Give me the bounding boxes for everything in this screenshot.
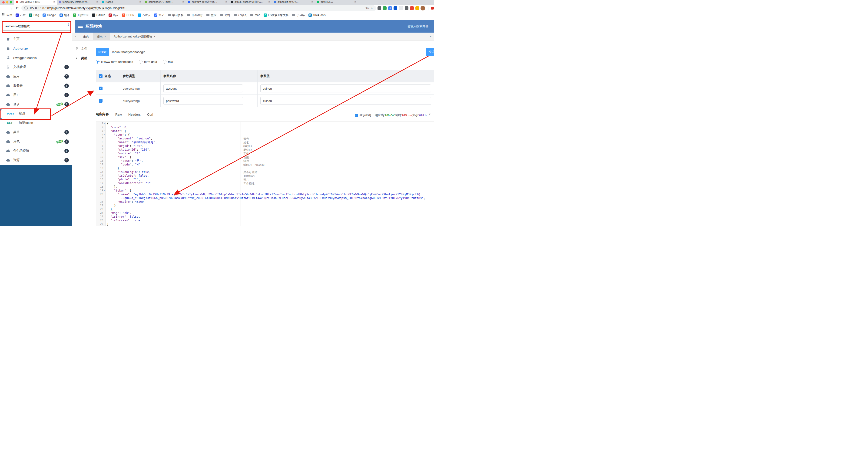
bookmark-item[interactable]: 云百度云 (138, 13, 151, 17)
bookmark-item[interactable]: 小目标 (292, 13, 305, 17)
extension-icon[interactable] (377, 6, 381, 10)
tab-close-icon[interactable]: × (225, 0, 227, 3)
sidebar-item[interactable]: 应用5 (0, 72, 72, 81)
content-type-radio[interactable]: raw (163, 60, 173, 63)
traffic-light[interactable] (6, 1, 8, 3)
tab-close-icon[interactable]: × (311, 0, 313, 3)
radio-icon[interactable] (163, 60, 166, 63)
tab-close-icon[interactable]: × (140, 0, 141, 3)
page-info-icon[interactable]: i (24, 6, 28, 10)
bookmark-item[interactable]: 百百度 (16, 13, 26, 17)
browser-tab[interactable]: springboot学习教程…× (143, 0, 186, 5)
bookmark-item[interactable]: EES搜索引擎文档 (264, 13, 288, 17)
sidebar-item[interactable]: 角色的资源1 (0, 146, 72, 156)
document-tab[interactable]: 主页 (79, 33, 93, 40)
fold-icon[interactable]: ▾ (103, 189, 105, 193)
browser-tab[interactable]: temporary-Internet-W…× (57, 0, 100, 5)
bookmark-item[interactable]: mac (250, 13, 260, 17)
browser-tab[interactable]: github_pusher实时推送…× (229, 0, 272, 5)
sidebar-item[interactable]: 用户9 (0, 90, 72, 100)
address-bar[interactable]: i 127.0.0.1:8760/api/gate/doc.html#/auth… (21, 5, 376, 11)
tab-close-icon[interactable]: × (269, 0, 270, 3)
tab-close-icon[interactable]: × (104, 35, 106, 38)
sidebar-endpoint-post[interactable]: POST登录 (0, 109, 72, 118)
send-button[interactable]: 发送 (426, 48, 434, 56)
browser-tab[interactable]: gitbook使用文档…× (272, 0, 315, 5)
response-code-editor[interactable]: 1▾{2 "code": 0,3▾ "data": {4▾ "user": {5… (96, 121, 434, 226)
bookmark-item[interactable]: 译翻译 (60, 13, 69, 17)
param-name-input[interactable]: password (163, 97, 243, 105)
tab-close-icon[interactable]: × (96, 0, 98, 3)
select-all-checkbox[interactable]: ✓ (99, 74, 102, 78)
bookmark-item[interactable]: GitHub (92, 13, 105, 17)
extension-icon[interactable] (399, 6, 403, 10)
content-type-radio[interactable]: x-www-form-urlencoded (96, 60, 133, 63)
request-path-input[interactable]: /api/authority/anno/login (109, 48, 428, 56)
tab-close-icon[interactable]: × (154, 35, 155, 38)
bookmark-item[interactable]: 101024Tools (308, 13, 326, 17)
sidebar-item[interactable]: Authorize (0, 44, 72, 53)
browser-tab[interactable]: 建造者模式专题站× (14, 0, 57, 5)
bookmark-item[interactable]: CCSDN (122, 13, 134, 17)
sidebar-item[interactable]: 资源6 (0, 156, 72, 165)
bookmark-item[interactable]: 什么都有 (187, 13, 203, 17)
sidebar-item[interactable]: 登录NEW2 (0, 100, 72, 109)
response-tab[interactable]: 响应内容 (96, 112, 109, 118)
bookmark-star-icon[interactable]: ☆ (370, 6, 373, 10)
header-search[interactable]: 请输入搜索内容 (407, 24, 428, 28)
tabs-next-button[interactable]: » (427, 33, 434, 40)
bookmark-item[interactable]: 学习资料 (167, 13, 183, 17)
response-tab[interactable]: Curl (147, 113, 153, 118)
browser-tab[interactable]: 微信机器人× (315, 0, 358, 5)
bookmark-item[interactable]: GGoogle (42, 13, 56, 17)
row-checkbox[interactable]: ✓ (99, 87, 102, 90)
profile-avatar[interactable] (421, 6, 425, 10)
checkbox-icon[interactable]: ✓ (355, 114, 358, 117)
show-description-checkbox[interactable]: ✓ 显示说明 (355, 113, 371, 117)
radio-icon[interactable] (96, 60, 99, 63)
content-type-radio[interactable]: form-data (139, 60, 157, 63)
bookmark-item[interactable]: 记笔记 (154, 13, 164, 17)
hamburger-icon[interactable] (78, 25, 83, 28)
param-value-input[interactable]: zuihou (260, 97, 431, 105)
tab-调试[interactable]: 调试 (72, 54, 93, 63)
extension-icon[interactable] (410, 6, 414, 10)
extension-icon[interactable] (383, 6, 386, 10)
module-select[interactable]: authority-权限模块 ▲▼ (3, 22, 71, 31)
sidebar-item[interactable]: 菜单7 (0, 128, 72, 137)
sidebar-item[interactable]: Swagger Models (0, 53, 72, 62)
bookmark-item[interactable]: 已导入 (234, 13, 247, 17)
forward-icon[interactable]: → (8, 6, 13, 10)
fold-icon[interactable]: ▾ (103, 133, 105, 137)
extension-icon[interactable] (415, 6, 419, 10)
browser-tab[interactable]: Nacos× (100, 0, 143, 5)
fold-icon[interactable]: ▾ (103, 155, 105, 159)
extension-icon[interactable]: J (388, 6, 392, 10)
tab-文档[interactable]: 文档 (72, 44, 93, 54)
sidebar-item[interactable]: 服务表6 (0, 81, 72, 90)
traffic-light[interactable] (2, 1, 5, 3)
tab-close-icon[interactable]: × (54, 0, 55, 3)
reload-icon[interactable]: ⟳ (15, 6, 20, 10)
sidebar-item[interactable]: 角色NEW8 (0, 137, 72, 146)
fold-icon[interactable]: ▾ (103, 122, 105, 125)
fold-icon[interactable]: ▾ (103, 129, 105, 133)
extension-icon[interactable] (405, 6, 408, 10)
bookmark-item[interactable]: C开源中国 (73, 13, 89, 17)
sidebar-item[interactable]: 主页 (0, 34, 72, 44)
document-tab[interactable]: 登录× (93, 33, 110, 40)
back-icon[interactable]: ← (2, 6, 7, 10)
response-tab[interactable]: Raw (115, 113, 122, 118)
sidebar-endpoint-get[interactable]: GET验证token (0, 118, 72, 128)
tab-close-icon[interactable]: × (354, 0, 356, 3)
radio-icon[interactable] (139, 60, 143, 63)
response-tab[interactable]: Headers (128, 113, 141, 118)
extension-icon[interactable] (394, 6, 397, 10)
sidebar-item[interactable]: 文档管理3 (0, 62, 72, 72)
browser-menu-icon[interactable]: ⋮ (427, 6, 430, 10)
bookmark-item[interactable]: 微信 (206, 13, 216, 17)
browser-tab[interactable]: 百度服务参数错误找…× (186, 0, 229, 5)
bookmark-item[interactable]: G码云 (108, 13, 119, 17)
bookmark-item[interactable]: 应用 (2, 13, 12, 17)
traffic-light[interactable] (10, 1, 12, 3)
